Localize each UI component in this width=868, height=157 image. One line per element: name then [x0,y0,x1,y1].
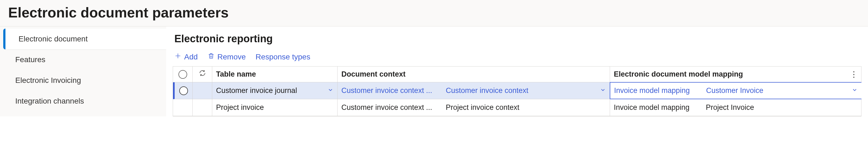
cell-value-secondary: Project Invoice [706,103,754,112]
cell-document-context[interactable]: Customer invoice context ... Project inv… [338,99,610,116]
plus-icon [174,52,181,61]
grid: Table name Document context Electronic d… [173,66,862,116]
sidebar-item-label: Electronic document [19,35,88,43]
cell-value-secondary: Project invoice context [446,103,519,112]
sidebar-item-electronic-document[interactable]: Electronic document [3,29,166,49]
row-selector[interactable] [175,82,193,99]
cell-table-name[interactable]: Customer invoice journal [212,82,338,99]
circle-icon [179,70,187,79]
chevron-down-icon [851,86,858,95]
remove-button[interactable]: Remove [208,52,246,61]
table-row[interactable]: Customer invoice journal Customer invoic… [173,82,861,99]
col-header-label: Document context [341,69,406,79]
cell-value: Project invoice [216,103,264,112]
cell-value: Customer invoice journal [216,86,297,95]
cell-value-secondary: Customer Invoice [706,86,764,95]
cell-document-context[interactable]: Customer invoice context ... Customer in… [338,82,610,99]
circle-icon [179,86,188,95]
sidebar-item-label: Integration channels [15,97,84,105]
cell-value-primary: Customer invoice context ... [341,103,432,112]
refresh-icon [198,69,206,79]
table-row[interactable]: Project invoice Customer invoice context… [173,99,861,116]
chevron-down-icon [600,86,606,95]
toolbar: Add Remove Response types [173,52,862,61]
section-title: Electronic reporting [173,33,862,45]
col-header-label: Electronic document model mapping [614,69,743,79]
sidebar: Electronic document Features Electronic … [0,26,166,116]
cell-model-mapping[interactable]: Invoice model mapping Customer Invoice [610,82,862,99]
page-header: Electronic document parameters [0,0,868,26]
layout: Electronic document Features Electronic … [0,26,868,116]
response-types-label: Response types [255,53,310,61]
col-header-select-all[interactable] [173,66,193,82]
main-content: Electronic reporting Add Remove Response… [166,26,868,116]
row-status [193,99,212,116]
page-title: Electronic document parameters [8,4,860,21]
response-types-button[interactable]: Response types [255,53,310,61]
cell-value-secondary: Customer invoice context [446,86,528,95]
cell-model-mapping[interactable]: Invoice model mapping Project Invoice [610,99,861,116]
sidebar-item-label: Electronic Invoicing [15,76,81,85]
cell-table-name[interactable]: Project invoice [212,99,338,116]
col-header-document-context[interactable]: Document context [338,66,610,82]
col-header-label: Table name [216,69,256,79]
grid-header: Table name Document context Electronic d… [173,66,861,82]
sidebar-item-label: Features [15,55,45,64]
more-icon[interactable]: ⋮ [850,73,857,75]
row-selector[interactable] [173,99,193,116]
cell-value-primary: Invoice model mapping [614,103,689,112]
sidebar-item-integration-channels[interactable]: Integration channels [0,91,166,112]
sidebar-item-features[interactable]: Features [0,49,166,70]
col-header-model-mapping[interactable]: Electronic document model mapping ⋮ [610,66,861,82]
col-header-refresh[interactable] [193,66,212,82]
row-status [193,82,212,99]
add-button-label: Add [184,53,198,61]
remove-button-label: Remove [217,53,246,61]
chevron-down-icon [328,86,334,95]
col-header-table-name[interactable]: Table name [212,66,338,82]
cell-value-primary: Invoice model mapping [614,86,690,95]
sidebar-item-electronic-invoicing[interactable]: Electronic Invoicing [0,70,166,91]
cell-value-primary: Customer invoice context ... [341,86,432,95]
trash-icon [208,52,215,61]
add-button[interactable]: Add [174,52,198,61]
